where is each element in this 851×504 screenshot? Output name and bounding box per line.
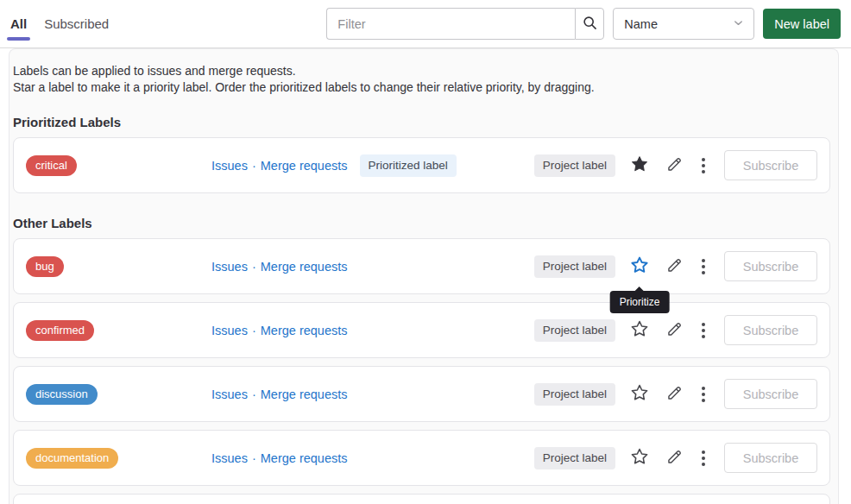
issues-link[interactable]: Issues (211, 324, 248, 337)
filter-input[interactable] (326, 8, 575, 40)
subscribe-button[interactable]: Subscribe (724, 150, 817, 180)
filter-group (326, 8, 604, 40)
row-actions: Project label (534, 441, 817, 476)
label-pill[interactable]: bug (26, 256, 64, 277)
merge-requests-link[interactable]: Merge requests (261, 387, 348, 401)
label-pill[interactable]: discussion (26, 384, 98, 405)
link-separator: · (252, 324, 256, 337)
label-pill[interactable]: documentation (26, 448, 118, 469)
star-icon (630, 319, 649, 341)
label-pill[interactable]: critical (26, 155, 77, 176)
subscribe-button[interactable]: Subscribe (724, 251, 817, 281)
sort-dropdown[interactable]: Name (613, 8, 754, 40)
label-row-documentation: documentation Issues · Merge requests Pr… (13, 430, 830, 486)
pencil-icon (665, 448, 684, 469)
prioritize-star-button[interactable] (622, 441, 657, 476)
link-separator: · (252, 159, 256, 173)
row-actions: Project label (534, 377, 817, 412)
intro-line-2: Star a label to make it a priority label… (13, 79, 830, 96)
prioritize-star-button[interactable] (622, 313, 657, 348)
row-actions: Project label (534, 313, 817, 348)
label-options-menu-button[interactable] (691, 441, 715, 476)
labels-toolbar: All Subscribed Name New label (0, 0, 851, 48)
pencil-icon (665, 155, 684, 176)
star-icon (630, 154, 649, 176)
label-options-menu-button[interactable] (691, 148, 715, 183)
merge-requests-link[interactable]: Merge requests (261, 324, 348, 337)
subscribe-button[interactable]: Subscribe (724, 379, 817, 409)
row-actions: Project label Prioritize (534, 249, 817, 284)
search-button[interactable] (575, 8, 604, 40)
new-label-button[interactable]: New label (763, 9, 841, 39)
project-label-badge: Project label (534, 319, 615, 342)
edit-label-button[interactable] (657, 249, 691, 284)
label-pill[interactable]: confirmed (26, 320, 94, 341)
label-options-menu-button[interactable] (691, 377, 715, 412)
link-separator: · (252, 451, 256, 465)
vertical-ellipsis-icon (702, 259, 705, 274)
row-actions: Project label (534, 148, 817, 183)
issues-link[interactable]: Issues (211, 260, 248, 274)
label-options-menu-button[interactable] (691, 313, 715, 348)
label-column: bug (26, 256, 211, 277)
label-row-bug: bug Issues · Merge requests Project labe… (13, 238, 830, 294)
label-column: confirmed (26, 320, 211, 341)
links-column: Issues · Merge requests Prioritized labe… (211, 154, 534, 177)
section-title: Prioritized Labels (13, 115, 830, 129)
links-column: Issues · Merge requests (211, 387, 534, 401)
link-separator: · (252, 260, 256, 274)
star-icon (630, 447, 649, 469)
section-other-labels: Other Labels bug Issues · Merge requests… (13, 216, 830, 504)
issues-link[interactable]: Issues (211, 387, 248, 401)
vertical-ellipsis-icon (702, 158, 705, 173)
merge-requests-link[interactable]: Merge requests (261, 451, 348, 465)
labels-container: Labels can be applied to issues and merg… (9, 48, 839, 504)
labels-intro: Labels can be applied to issues and merg… (13, 63, 830, 96)
edit-label-button[interactable] (657, 377, 691, 412)
pencil-icon (665, 384, 684, 405)
vertical-ellipsis-icon (702, 323, 705, 338)
prioritize-star-button[interactable] (622, 377, 657, 412)
vertical-ellipsis-icon (702, 450, 705, 466)
star-icon (630, 255, 649, 277)
edit-label-button[interactable] (657, 148, 691, 183)
label-options-menu-button[interactable] (691, 249, 715, 284)
pencil-icon (665, 320, 684, 341)
link-separator: · (252, 387, 256, 401)
search-icon (582, 15, 598, 34)
unprioritize-star-button[interactable] (622, 148, 657, 183)
issues-link[interactable]: Issues (211, 451, 248, 465)
label-column: discussion (26, 384, 211, 405)
links-column: Issues · Merge requests (211, 260, 534, 274)
edit-label-button[interactable] (657, 441, 691, 476)
prioritize-star-button[interactable]: Prioritize (622, 249, 657, 284)
intro-line-1: Labels can be applied to issues and merg… (13, 63, 830, 79)
star-icon (630, 383, 649, 405)
project-label-badge: Project label (534, 383, 615, 406)
subscribe-button[interactable]: Subscribe (724, 315, 817, 345)
label-column: critical (26, 155, 211, 176)
merge-requests-link[interactable]: Merge requests (261, 159, 348, 173)
label-row-confirmed: confirmed Issues · Merge requests Projec… (13, 302, 830, 358)
toolbar-controls: Name New label (326, 8, 841, 40)
prioritized-label-badge: Prioritized label (360, 154, 457, 177)
subscribe-button[interactable]: Subscribe (724, 443, 817, 473)
sort-dropdown-value: Name (624, 17, 658, 31)
tab-subscribed[interactable]: Subscribed (42, 0, 110, 47)
label-row-discussion: discussion Issues · Merge requests Proje… (13, 366, 830, 422)
project-label-badge: Project label (534, 154, 615, 177)
tab-all[interactable]: All (9, 0, 28, 47)
links-column: Issues · Merge requests (211, 451, 534, 465)
label-row-critical: critical Issues · Merge requests Priorit… (13, 137, 830, 193)
label-row-partial (13, 494, 830, 504)
label-column: documentation (26, 448, 211, 469)
edit-label-button[interactable] (657, 313, 691, 348)
section-title: Other Labels (13, 216, 830, 230)
issues-link[interactable]: Issues (211, 159, 248, 173)
links-column: Issues · Merge requests (211, 324, 534, 337)
project-label-badge: Project label (534, 447, 615, 469)
merge-requests-link[interactable]: Merge requests (261, 260, 348, 274)
label-tabs: All Subscribed (9, 0, 124, 47)
vertical-ellipsis-icon (702, 387, 705, 402)
pencil-icon (665, 256, 684, 277)
